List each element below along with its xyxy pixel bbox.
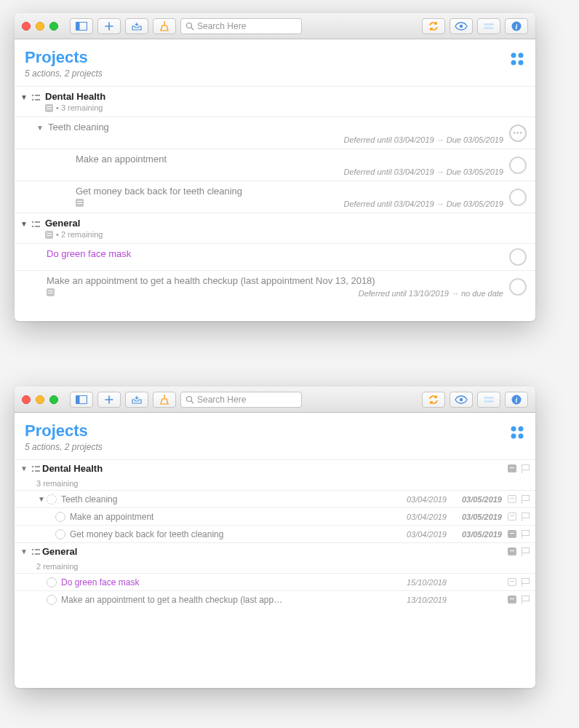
sidebar-toggle-button[interactable]	[70, 18, 93, 34]
note-icon[interactable]	[508, 495, 516, 503]
layout-button[interactable]	[477, 18, 500, 34]
note-icon	[76, 199, 84, 207]
flag-icon[interactable]	[521, 578, 530, 587]
traffic-lights	[22, 395, 58, 404]
svg-rect-34	[35, 466, 40, 467]
inbox-button[interactable]	[125, 18, 148, 34]
minimize-window-button[interactable]	[36, 22, 44, 31]
task-row[interactable]: Make an appointment to get a health chec…	[15, 270, 535, 302]
more-actions-button[interactable]: •••	[509, 124, 527, 142]
flag-icon[interactable]	[521, 547, 530, 556]
add-button[interactable]	[97, 392, 121, 408]
project-remaining: 2 remaining	[15, 560, 535, 573]
task-row[interactable]: Get money back back for teeth cleaning 0…	[15, 525, 535, 542]
status-circle[interactable]	[47, 494, 57, 505]
task-row[interactable]: Do green face mask 15/10/2018	[15, 573, 535, 590]
disclosure-triangle-icon[interactable]: ▼	[19, 547, 29, 555]
close-window-button[interactable]	[22, 395, 31, 404]
task-row[interactable]: Make an appointment to get a health chec…	[15, 590, 535, 608]
task-title: Do green face mask	[47, 248, 503, 259]
project-title: Dental Health	[42, 463, 391, 474]
svg-rect-35	[35, 470, 40, 472]
add-button[interactable]	[97, 18, 121, 34]
status-circle[interactable]	[47, 577, 57, 587]
parallel-project-icon	[29, 91, 42, 102]
project-row[interactable]: ▼ Dental Health	[15, 459, 535, 477]
view-layout-icon[interactable]	[509, 48, 525, 67]
zoom-window-button[interactable]	[49, 395, 58, 404]
inbox-button[interactable]	[125, 392, 148, 408]
svg-point-22	[187, 396, 192, 401]
flag-icon[interactable]	[521, 596, 530, 604]
close-window-button[interactable]	[22, 22, 31, 31]
parallel-project-icon	[29, 464, 42, 473]
svg-point-28	[511, 427, 516, 432]
cleanup-button[interactable]	[153, 18, 176, 34]
note-icon[interactable]	[508, 547, 516, 555]
svg-point-33	[32, 470, 34, 472]
svg-rect-39	[35, 553, 40, 555]
task-row[interactable]: Do green face mask	[15, 243, 535, 270]
svg-rect-5	[484, 27, 494, 29]
svg-point-36	[32, 548, 34, 550]
note-icon[interactable]	[508, 530, 516, 538]
disclosure-triangle-icon[interactable]: ▼	[19, 91, 29, 101]
note-icon[interactable]	[508, 596, 516, 604]
cleanup-button[interactable]	[153, 392, 176, 408]
svg-point-23	[460, 397, 463, 400]
svg-rect-18	[35, 221, 40, 223]
status-circle[interactable]	[47, 595, 57, 605]
flag-icon[interactable]	[521, 464, 530, 473]
svg-rect-1	[76, 22, 80, 30]
svg-rect-14	[35, 95, 40, 96]
action-group-row[interactable]: ▼ Teeth cleaning Deferred until 03/04/20…	[15, 116, 535, 149]
task-title: Make an appointment	[70, 512, 391, 522]
disclosure-triangle-icon[interactable]: ▼	[36, 495, 47, 503]
svg-point-12	[32, 95, 34, 97]
note-icon[interactable]	[508, 464, 516, 472]
search-field[interactable]: Search Here	[180, 18, 302, 34]
flag-icon[interactable]	[521, 513, 530, 521]
defer-date: 03/04/2019	[391, 495, 447, 504]
task-row[interactable]: Make an appointment Deferred until 03/04…	[15, 149, 535, 181]
disclosure-triangle-icon[interactable]: ▼	[19, 218, 29, 228]
svg-point-9	[519, 53, 524, 58]
status-circle[interactable]	[55, 512, 65, 522]
svg-rect-15	[35, 99, 40, 100]
sync-button[interactable]	[422, 392, 445, 408]
status-circle[interactable]	[509, 157, 527, 174]
status-circle[interactable]	[509, 189, 527, 206]
disclosure-triangle-icon[interactable]: ▼	[35, 122, 45, 132]
note-icon	[45, 231, 53, 239]
task-row[interactable]: Make an appointment 03/04/2019 03/05/201…	[15, 507, 535, 525]
note-icon[interactable]	[508, 578, 516, 586]
search-field[interactable]: Search Here	[180, 392, 302, 408]
note-icon[interactable]	[508, 513, 516, 521]
action-group-row[interactable]: ▼ Teeth cleaning 03/04/2019 03/05/2019	[15, 490, 535, 507]
project-remaining: 3 remaining	[15, 477, 535, 490]
view-button[interactable]	[450, 18, 473, 34]
layout-button[interactable]	[477, 392, 500, 408]
sidebar-toggle-button[interactable]	[70, 392, 93, 408]
task-title: Make an appointment to get a health chec…	[61, 595, 391, 605]
project-row[interactable]: ▼ Dental Health • 3 remaining	[15, 86, 535, 116]
status-circle[interactable]	[509, 248, 527, 266]
minimize-window-button[interactable]	[36, 395, 44, 404]
status-circle[interactable]	[509, 278, 527, 296]
zoom-window-button[interactable]	[49, 22, 58, 31]
inspector-button[interactable]: i	[505, 18, 528, 34]
sync-button[interactable]	[422, 18, 445, 34]
project-row[interactable]: ▼ General	[15, 542, 535, 560]
task-dates: Deferred until 03/04/2019→Due 03/05/2019	[76, 167, 503, 176]
parallel-project-icon	[29, 547, 42, 556]
disclosure-triangle-icon[interactable]: ▼	[19, 464, 29, 472]
view-layout-icon[interactable]	[509, 422, 525, 440]
flag-icon[interactable]	[521, 530, 530, 539]
flag-icon[interactable]	[521, 495, 530, 504]
status-circle[interactable]	[55, 529, 65, 539]
project-title: Dental Health	[45, 91, 527, 102]
task-row[interactable]: Get money back back for teeth cleaning D…	[15, 181, 535, 213]
inspector-button[interactable]: i	[505, 392, 528, 408]
project-row[interactable]: ▼ General • 2 remaining	[15, 213, 535, 243]
view-button[interactable]	[450, 392, 473, 408]
